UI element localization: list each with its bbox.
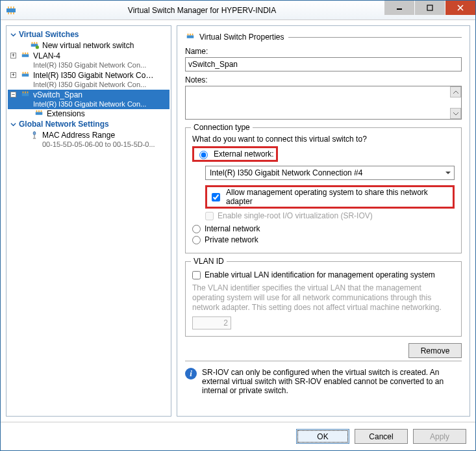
svg-rect-8 xyxy=(427,5,432,10)
chevron-down-icon xyxy=(10,122,16,127)
svg-rect-16 xyxy=(22,54,29,57)
apply-button: Apply xyxy=(413,429,466,444)
tree-section-global-settings[interactable]: Global Network Settings xyxy=(8,118,169,130)
highlight-allow-mgmt: Allow management operating system to sha… xyxy=(205,185,455,209)
properties-header: Virtual Switch Properties xyxy=(185,32,462,42)
sriov-checkbox xyxy=(205,212,214,220)
connection-type-group: Connection type What do you want to conn… xyxy=(185,127,462,253)
sriov-info-text: SR-IOV can only be configured when the v… xyxy=(202,368,462,395)
expand-icon[interactable]: + xyxy=(10,53,16,58)
vlan-enable-label: Enable virtual LAN identification for ma… xyxy=(205,270,435,279)
scroll-up-icon[interactable] xyxy=(450,86,461,97)
vlan-help-text: The VLAN identifier specifies the virtua… xyxy=(192,283,455,313)
dropdown-icon[interactable] xyxy=(442,166,454,179)
tree-item-intel-i350[interactable]: + Intel(R) I350 Gigabit Network Con... I… xyxy=(8,70,169,90)
navigation-tree[interactable]: Virtual Switches New virtual network swi… xyxy=(6,25,171,417)
svg-rect-0 xyxy=(6,8,16,12)
allow-mgmt-checkbox[interactable] xyxy=(212,193,220,201)
virtual-switch-manager-window: Virtual Switch Manager for HYPERV-INDIA … xyxy=(0,0,476,451)
titlebar[interactable]: Virtual Switch Manager for HYPERV-INDIA xyxy=(1,1,475,20)
svg-rect-24 xyxy=(22,93,29,96)
tree-section-virtual-switches[interactable]: Virtual Switches xyxy=(8,29,169,40)
tree-item-mac-range[interactable]: MAC Address Range 00-15-5D-05-06-00 to 0… xyxy=(8,130,169,149)
internal-network-label: Internal network xyxy=(205,224,260,233)
highlight-external: External network: xyxy=(192,146,278,162)
switch-new-icon xyxy=(29,41,40,50)
private-network-label: Private network xyxy=(205,235,258,244)
vlan-legend: VLAN ID xyxy=(191,257,227,266)
switch-name-input[interactable] xyxy=(185,57,462,71)
svg-rect-28 xyxy=(36,112,43,114)
mic-icon xyxy=(29,131,40,140)
internal-network-radio[interactable] xyxy=(192,225,201,233)
app-icon xyxy=(6,5,16,16)
expand-icon[interactable]: + xyxy=(10,72,16,78)
collapse-icon[interactable]: − xyxy=(10,92,16,97)
adapter-select[interactable]: Intel(R) I350 Gigabit Network Connection… xyxy=(205,166,455,180)
svg-rect-20 xyxy=(22,73,29,76)
remove-button[interactable]: Remove xyxy=(408,343,462,358)
vlan-id-input xyxy=(192,316,231,329)
connection-question: What do you want to connect this virtual… xyxy=(192,135,455,144)
tree-item-vswitch-span[interactable]: − vSwitch_Span Intel(R) I350 Gigabit Net… xyxy=(8,90,169,109)
svg-rect-34 xyxy=(33,138,36,138)
dialog-footer: OK Cancel Apply xyxy=(1,422,475,450)
minimize-button[interactable] xyxy=(384,1,414,15)
vlan-enable-checkbox[interactable] xyxy=(192,271,201,279)
switch-icon xyxy=(20,51,31,60)
tree-item-vlan4[interactable]: + VLAN-4 Intel(R) I350 Gigabit Network C… xyxy=(8,51,169,70)
notes-textarea[interactable] xyxy=(185,86,462,120)
notes-label: Notes: xyxy=(185,75,462,84)
external-network-radio[interactable] xyxy=(199,151,208,159)
connection-type-legend: Connection type xyxy=(191,123,253,132)
sriov-info-row: i SR-IOV can only be configured when the… xyxy=(185,368,462,395)
allow-mgmt-label: Allow management operating system to sha… xyxy=(226,188,451,206)
svg-point-15 xyxy=(36,45,39,49)
properties-pane: Virtual Switch Properties Name: Notes: C… xyxy=(177,25,470,417)
close-button[interactable] xyxy=(445,1,475,15)
name-label: Name: xyxy=(185,47,462,56)
window-title: Virtual Switch Manager for HYPERV-INDIA xyxy=(20,6,384,15)
maximize-button[interactable] xyxy=(415,1,445,15)
svg-rect-35 xyxy=(187,35,194,38)
switch-icon xyxy=(185,32,195,42)
tree-new-virtual-switch[interactable]: New virtual network switch xyxy=(8,40,169,51)
sriov-row: Enable single-root I/O virtualization (S… xyxy=(205,211,455,220)
tree-item-extensions[interactable]: Extensions xyxy=(8,109,169,118)
sriov-label: Enable single-root I/O virtualization (S… xyxy=(218,211,373,220)
switch-icon xyxy=(20,71,31,80)
ok-button[interactable]: OK xyxy=(296,429,349,444)
scroll-down-icon[interactable] xyxy=(450,108,461,119)
svg-point-32 xyxy=(33,131,36,135)
info-icon: i xyxy=(185,368,197,380)
extensions-icon xyxy=(34,109,44,118)
chevron-down-icon xyxy=(10,32,16,38)
switch-icon xyxy=(20,90,31,99)
vlan-group: VLAN ID Enable virtual LAN identificatio… xyxy=(185,261,462,337)
cancel-button[interactable]: Cancel xyxy=(355,429,408,444)
private-network-radio[interactable] xyxy=(192,236,201,244)
svg-rect-33 xyxy=(34,135,34,138)
external-network-label: External network: xyxy=(214,149,274,159)
